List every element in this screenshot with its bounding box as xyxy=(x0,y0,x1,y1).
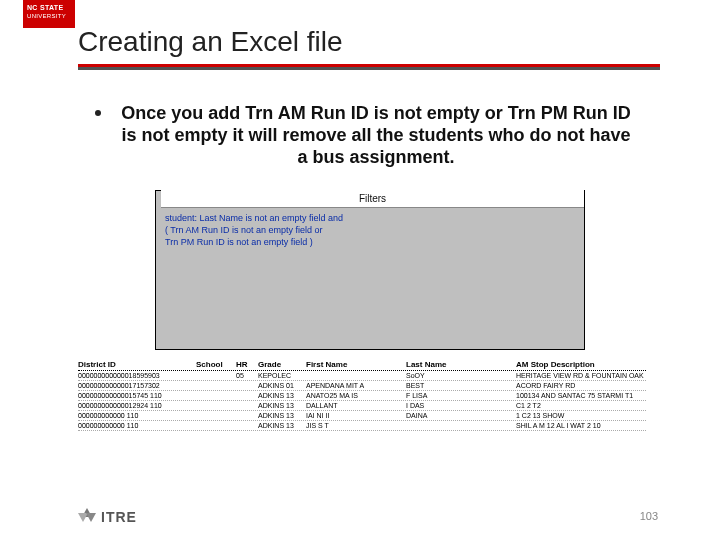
page-number: 103 xyxy=(640,510,658,522)
brand-line1: NC STATE xyxy=(27,4,71,12)
filters-tab-label: Filters xyxy=(161,190,584,208)
bullet-dot xyxy=(95,110,101,116)
col-last-name: Last Name xyxy=(406,360,516,369)
table-row: 000000000000 110 ADKINS 13 JIS S T SHIL … xyxy=(78,421,646,431)
col-school: School xyxy=(196,360,236,369)
table-row: 000000000000017157302 ADKINS 01 APENDANA… xyxy=(78,381,646,391)
table-header-row: District ID School HR Grade First Name L… xyxy=(78,360,646,371)
data-table: District ID School HR Grade First Name L… xyxy=(78,360,646,431)
filters-screenshot: Filters student: Last Name is not an emp… xyxy=(155,190,585,350)
col-grade: Grade xyxy=(258,360,306,369)
col-hr: HR xyxy=(236,360,258,369)
bullet-block: Once you add Trn AM Run ID is not empty … xyxy=(95,102,635,168)
filters-body: student: Last Name is not an empty field… xyxy=(161,208,579,344)
filter-line: Trn PM Run ID is not an empty field ) xyxy=(165,236,343,248)
col-district-id: District ID xyxy=(78,360,196,369)
brand-line2: UNIVERSITY xyxy=(27,12,71,20)
table-row: 000000000000 110 ADKINS 13 IAI NI II DAI… xyxy=(78,411,646,421)
col-first-name: First Name xyxy=(306,360,406,369)
title-rule-dark xyxy=(78,67,660,70)
table-row: 000000000000015745 110 ADKINS 13 ANATO25… xyxy=(78,391,646,401)
itre-text: ITRE xyxy=(101,509,137,525)
filter-line: student: Last Name is not an empty field… xyxy=(165,212,343,224)
itre-logo: ITRE xyxy=(78,508,137,526)
title-block: Creating an Excel file xyxy=(78,26,660,70)
page-title: Creating an Excel file xyxy=(78,26,660,62)
table-row: 000000000000018595903 05 KEPOLEC SoOY HE… xyxy=(78,371,646,381)
itre-mark-icon xyxy=(78,508,96,526)
col-am-stop: AM Stop Description xyxy=(516,360,646,369)
filter-text: student: Last Name is not an empty field… xyxy=(165,212,343,248)
table-row: 000000000000012924 110 ADKINS 13 DALLANT… xyxy=(78,401,646,411)
table-body: 000000000000018595903 05 KEPOLEC SoOY HE… xyxy=(78,371,646,431)
ncstate-logo: NC STATE UNIVERSITY xyxy=(23,0,75,28)
bullet-text: Once you add Trn AM Run ID is not empty … xyxy=(117,102,635,168)
filter-line: ( Trn AM Run ID is not an empty field or xyxy=(165,224,343,236)
